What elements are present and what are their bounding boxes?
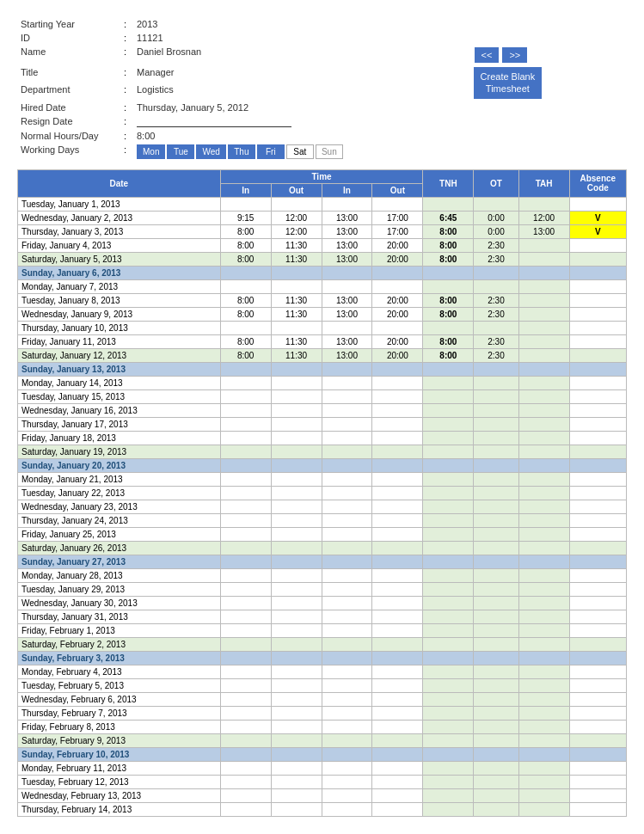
- ot-cell: [474, 568, 518, 582]
- out2-cell: [372, 266, 423, 279]
- table-row: Wednesday, January 2, 20139:1512:0013:00…: [18, 211, 627, 224]
- absence-cell: V: [569, 224, 626, 238]
- tah-cell: [518, 321, 569, 334]
- out2-cell: 20:00: [372, 252, 423, 266]
- out1-cell: [271, 500, 322, 513]
- in1-cell: [220, 582, 271, 596]
- date-cell: Monday, January 28, 2013: [18, 568, 221, 582]
- table-row: Sunday, January 27, 2013: [18, 555, 627, 568]
- name-row: Name : Daniel Brosnan << >>: [17, 45, 627, 65]
- table-row: Monday, February 4, 2013: [18, 665, 627, 678]
- ot-cell: 2:30: [474, 238, 518, 252]
- tnh-cell: [423, 720, 474, 733]
- absence-cell: V: [569, 211, 626, 224]
- date-cell: Tuesday, January 29, 2013: [18, 582, 221, 596]
- tnh-cell: [423, 417, 474, 431]
- in1-cell: [220, 651, 271, 665]
- out2-cell: [372, 802, 423, 816]
- ot-cell: [474, 403, 518, 417]
- date-cell: Monday, February 11, 2013: [18, 761, 221, 775]
- date-cell: Monday, January 7, 2013: [18, 279, 221, 293]
- tnh-cell: 8:00: [423, 307, 474, 321]
- out2-cell: [372, 568, 423, 582]
- name-label: Name: [17, 45, 120, 65]
- table-row: Tuesday, January 29, 2013: [18, 582, 627, 596]
- out2-cell: 20:00: [372, 293, 423, 307]
- tah-cell: [518, 362, 569, 376]
- in2-cell: 13:00: [322, 307, 372, 321]
- tah-cell: [518, 637, 569, 651]
- absence-cell: [569, 610, 626, 623]
- in1-cell: [220, 747, 271, 761]
- absence-cell: [569, 665, 626, 678]
- in2-cell: [322, 266, 372, 279]
- date-cell: Friday, January 25, 2013: [18, 527, 221, 541]
- tnh-cell: [423, 651, 474, 665]
- in1-cell: [220, 568, 271, 582]
- in2-cell: [322, 500, 372, 513]
- out1-cell: 11:30: [271, 252, 322, 266]
- in1-cell: 8:00: [220, 224, 271, 238]
- resign-date-label: Resign Date: [17, 114, 120, 129]
- table-row: Wednesday, January 9, 20138:0011:3013:00…: [18, 307, 627, 321]
- out2-cell: [372, 775, 423, 788]
- working-day-btn-wed[interactable]: Wed: [196, 144, 225, 159]
- create-blank-timesheet-button[interactable]: Create Blank Timesheet: [474, 67, 543, 99]
- in2-cell: [322, 321, 372, 334]
- title-value: Manager: [133, 65, 470, 83]
- working-day-btn-fri[interactable]: Fri: [257, 144, 285, 159]
- out2-cell: [372, 500, 423, 513]
- out2-cell: [372, 458, 423, 472]
- working-day-btn-thu[interactable]: Thu: [228, 144, 255, 159]
- tnh-cell: [423, 555, 474, 568]
- out1-header: Out: [271, 183, 322, 197]
- in2-cell: [322, 678, 372, 692]
- table-row: Wednesday, February 13, 2013: [18, 788, 627, 802]
- date-cell: Saturday, February 9, 2013: [18, 733, 221, 747]
- tah-cell: [518, 720, 569, 733]
- tah-cell: [518, 472, 569, 486]
- in1-cell: [220, 266, 271, 279]
- out2-cell: [372, 788, 423, 802]
- ot-cell: [474, 376, 518, 389]
- ot-cell: [474, 802, 518, 816]
- in2-cell: [322, 651, 372, 665]
- date-cell: Thursday, January 24, 2013: [18, 513, 221, 527]
- in1-cell: [220, 802, 271, 816]
- absence-cell: [569, 252, 626, 266]
- out2-cell: [372, 527, 423, 541]
- prev-button[interactable]: <<: [475, 47, 500, 63]
- date-cell: Sunday, January 20, 2013: [18, 458, 221, 472]
- working-day-btn-sun[interactable]: Sun: [316, 144, 343, 159]
- in1-cell: [220, 500, 271, 513]
- colon4: :: [120, 65, 133, 83]
- working-day-btn-sat[interactable]: Sat: [286, 144, 314, 159]
- out1-cell: [271, 706, 322, 720]
- table-row: Sunday, January 13, 2013: [18, 362, 627, 376]
- next-button[interactable]: >>: [502, 47, 527, 63]
- date-cell: Monday, January 14, 2013: [18, 376, 221, 389]
- out1-cell: [271, 431, 322, 445]
- out1-cell: [271, 541, 322, 555]
- in2-cell: 13:00: [322, 334, 372, 348]
- working-day-btn-tue[interactable]: Tue: [167, 144, 194, 159]
- in1-cell: [220, 665, 271, 678]
- date-cell: Sunday, January 6, 2013: [18, 266, 221, 279]
- colon6: :: [120, 101, 133, 114]
- in2-cell: [322, 733, 372, 747]
- out1-cell: [271, 376, 322, 389]
- tnh-cell: [423, 362, 474, 376]
- in2-cell: [322, 376, 372, 389]
- table-header-row1: Date Time TNH OT TAH Absence Code: [18, 169, 627, 183]
- out2-cell: [372, 472, 423, 486]
- table-row: Monday, January 14, 2013: [18, 376, 627, 389]
- working-day-btn-mon[interactable]: Mon: [137, 144, 165, 159]
- tnh-cell: 8:00: [423, 334, 474, 348]
- table-row: Sunday, January 6, 2013: [18, 266, 627, 279]
- date-cell: Tuesday, January 1, 2013: [18, 197, 221, 211]
- in2-cell: [322, 445, 372, 458]
- absence-cell: [569, 417, 626, 431]
- absence-cell: [569, 596, 626, 610]
- colon9: :: [120, 143, 133, 161]
- in2-cell: [322, 555, 372, 568]
